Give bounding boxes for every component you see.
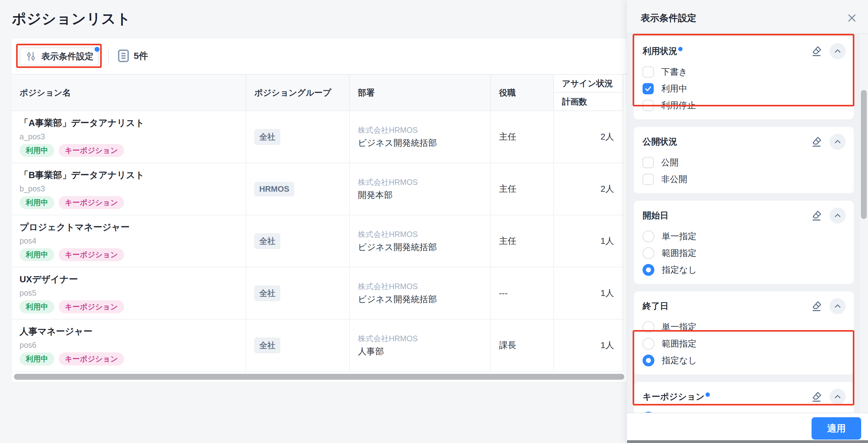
table-row[interactable]: プロジェクトマネージャー pos4 利用中キーポジション 全社 株式会社HRMO… [11, 215, 623, 267]
company-name: 株式会社HRMOS [358, 282, 490, 292]
radio-option[interactable]: 範囲指定 [643, 335, 846, 352]
sliders-icon [25, 50, 37, 63]
clear-filter-icon[interactable] [808, 298, 825, 314]
collapse-chevron-icon[interactable] [830, 208, 846, 224]
display-condition-settings-button[interactable]: 表示条件設定 [20, 48, 99, 65]
role-cell: --- [491, 267, 554, 319]
table-row[interactable]: 「A事業部」データアナリスト a_pos3 利用中キーポジション 全社 株式会社… [11, 111, 623, 163]
option-label: 利用停止 [661, 99, 696, 111]
radio-option[interactable]: 単一指定 [643, 228, 846, 245]
checkbox-icon[interactable] [643, 157, 654, 168]
table-body: 「A事業部」データアナリスト a_pos3 利用中キーポジション 全社 株式会社… [11, 111, 623, 372]
filter-active-dot [678, 47, 683, 51]
position-group-chip: 全社 [254, 129, 280, 145]
checkbox-icon[interactable] [643, 174, 654, 185]
option-label: 単一指定 [662, 231, 696, 242]
position-code: b_pos3 [20, 184, 246, 193]
position-name: UXデザイナー [20, 273, 246, 286]
status-badge: キーポジション [59, 144, 124, 157]
option-label: 下書き [661, 66, 687, 78]
position-code: pos4 [20, 236, 246, 245]
position-code: a_pos3 [20, 132, 246, 141]
column-header-department: 部署 [350, 75, 491, 111]
checkbox-icon[interactable] [643, 66, 654, 78]
radio-icon[interactable] [643, 247, 654, 259]
radio-icon[interactable] [643, 321, 654, 333]
badges: 利用中キーポジション [20, 196, 246, 209]
department-name: ビジネス開発統括部 [358, 241, 490, 253]
status-badge: 利用中 [20, 300, 54, 313]
option-label: 公開 [661, 157, 679, 169]
close-icon[interactable] [845, 11, 859, 25]
role-cell: 課長 [491, 320, 554, 371]
column-header-assign-status: アサイン状況 計画数 [554, 75, 623, 111]
checkbox-option[interactable]: 利用中 [643, 80, 846, 97]
table-row[interactable]: 人事マネージャー pos6 利用中キーポジション 全社 株式会社HRMOS 人事… [11, 320, 623, 372]
checkbox-option[interactable]: 下書き [643, 64, 846, 80]
vertical-scrollbar[interactable] [861, 90, 867, 219]
status-badge: 利用中 [20, 144, 54, 157]
role-cell: 主任 [491, 111, 554, 163]
filter-section: キーポジション キーポジションのみキーポジション以外指定なし [634, 382, 854, 413]
planned-count-cell: 1人 [554, 267, 623, 319]
position-name: 「B事業部」データアナリスト [20, 169, 246, 181]
radio-option[interactable]: 単一指定 [643, 319, 846, 335]
checkbox-option[interactable]: 利用停止 [643, 97, 846, 114]
status-badge: キーポジション [59, 196, 124, 209]
department-name: ビジネス開発統括部 [358, 293, 490, 305]
radio-option[interactable]: キーポジションのみ [643, 409, 846, 413]
position-code: pos5 [20, 289, 246, 297]
position-group-chip: 全社 [254, 233, 280, 249]
option-label: 指定なし [662, 355, 697, 366]
filter-section-title: 終了日 [643, 300, 669, 312]
bottom-scrollbar-strip [627, 440, 868, 443]
filter-section-title: 開始日 [643, 210, 669, 222]
radio-selected-icon[interactable] [643, 264, 654, 276]
radio-option[interactable]: 指定なし [643, 262, 846, 278]
radio-option[interactable]: 範囲指定 [643, 245, 846, 262]
collapse-chevron-icon[interactable] [830, 389, 846, 405]
radio-option[interactable]: 指定なし [643, 352, 846, 369]
checkbox-icon[interactable] [643, 100, 654, 111]
filter-section: 終了日 単一指定範囲指定指定なし [634, 291, 854, 375]
collapse-chevron-icon[interactable] [830, 43, 846, 59]
badges: 利用中キーポジション [20, 144, 246, 157]
status-badge: 利用中 [20, 248, 54, 261]
badges: 利用中キーポジション [20, 352, 246, 365]
collapse-chevron-icon[interactable] [830, 134, 846, 150]
position-name: プロジェクトマネージャー [20, 221, 246, 234]
position-group-chip: 全社 [254, 337, 280, 353]
position-name: 人事マネージャー [20, 325, 246, 338]
collapse-chevron-icon[interactable] [830, 298, 846, 314]
column-header-position-name: ポジション名 [11, 75, 246, 111]
position-list-card: 表示条件設定 5件 ポジション名 ポジショングループ [11, 38, 627, 382]
radio-selected-icon[interactable] [643, 355, 654, 366]
checkbox-option[interactable]: 非公開 [643, 171, 846, 188]
clear-filter-icon[interactable] [808, 134, 825, 150]
option-label: 利用中 [661, 83, 687, 95]
checkbox-checked-icon[interactable] [643, 83, 654, 94]
column-header-role: 役職 [491, 75, 554, 111]
badges: 利用中キーポジション [20, 248, 246, 261]
radio-icon[interactable] [643, 338, 654, 350]
status-badge: 利用中 [20, 352, 54, 365]
checkbox-option[interactable]: 公開 [643, 154, 846, 171]
filter-active-dot [95, 47, 99, 52]
panel-header: 表示条件設定 [627, 0, 868, 34]
display-condition-panel: 表示条件設定 利用状況 [627, 0, 868, 443]
option-label: 指定なし [662, 264, 697, 276]
clear-filter-icon[interactable] [808, 389, 825, 405]
role-cell: 主任 [491, 163, 554, 215]
table-row[interactable]: 「B事業部」データアナリスト b_pos3 利用中キーポジション HRMOS 株… [11, 163, 623, 215]
table-row[interactable]: UXデザイナー pos5 利用中キーポジション 全社 株式会社HRMOS ビジネ… [11, 267, 623, 320]
filter-section-title: キーポジション [643, 391, 705, 403]
clear-filter-icon[interactable] [808, 43, 825, 59]
panel-title: 表示条件設定 [641, 12, 696, 25]
clear-filter-icon[interactable] [808, 208, 825, 224]
option-label: 単一指定 [662, 321, 696, 333]
horizontal-scrollbar[interactable] [14, 374, 624, 380]
radio-icon[interactable] [643, 231, 654, 242]
position-name: 「A事業部」データアナリスト [20, 117, 246, 129]
apply-button[interactable]: 適用 [812, 417, 861, 440]
option-label: 範囲指定 [662, 247, 696, 259]
